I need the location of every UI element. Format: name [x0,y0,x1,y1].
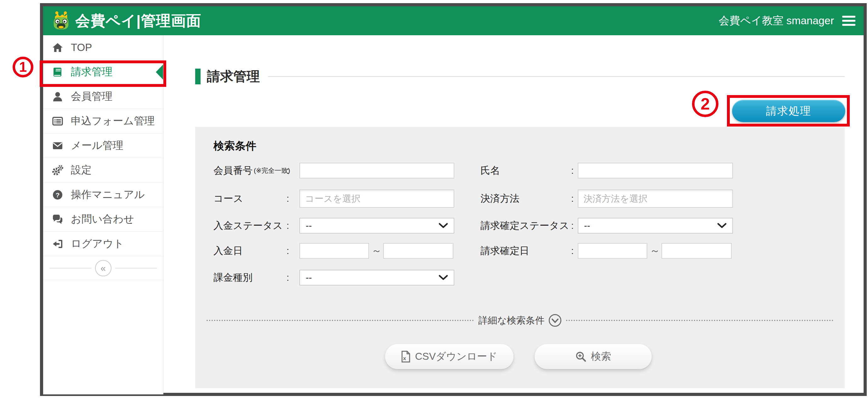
screenshot-canvas: 会費ペイ|管理画面 会費ペイ教室 smanager TOP 請求管理 [0,0,868,401]
sidebar-item-mail[interactable]: メール管理 [43,133,163,158]
colon: : [571,163,574,179]
sidebar-item-logout[interactable]: ログアウト [43,232,163,256]
title-accent-bar [195,69,200,84]
billing-date-from-input[interactable] [578,243,647,259]
member-no-input[interactable] [300,163,454,179]
billing-date-label: 請求確定日 [480,243,529,259]
billing-status-select[interactable]: -- [578,218,733,234]
sidebar-item-manual[interactable]: ? 操作マニュアル [43,183,163,207]
deposit-date-from-input[interactable] [300,243,369,259]
logout-icon [52,238,63,250]
member-no-note: (※完全一致) [254,166,290,175]
sidebar-item-billing[interactable]: 請求管理 [43,60,163,84]
chevron-down-icon [439,223,448,228]
collapse-chevrons-icon[interactable]: « [95,260,112,276]
mascot-icon [51,11,71,31]
colon: : [571,189,574,208]
sidebar-item-label: 会員管理 [71,89,113,103]
member-no-label: 会員番号 (※完全一致) [213,163,290,179]
sidebar: TOP 請求管理 会員管理 申込フォー [43,35,163,394]
billing-date-to-input[interactable] [661,243,732,259]
deposit-status-label: 入金ステータス [213,218,283,234]
sidebar-collapse-button[interactable]: « [43,256,163,280]
hamburger-menu-icon[interactable] [842,16,856,26]
deposit-status-select[interactable]: -- [300,218,454,234]
detail-search-divider: 詳細な検索条件 [207,313,833,328]
sidebar-item-label: 申込フォーム管理 [71,114,155,128]
deposit-date-label: 入金日 [213,243,243,259]
search-panel: 検索条件 会員番号 (※完全一致) : 氏名 : コース : 決済方法 : 入金… [195,127,845,388]
csv-download-label: CSVダウンロード [415,350,497,364]
billing-process-button[interactable]: 請求処理 [732,100,845,122]
sidebar-item-members[interactable]: 会員管理 [43,84,163,109]
course-input[interactable] [300,189,454,208]
date-range-separator: ～ [372,243,381,259]
sidebar-item-label: 設定 [71,163,92,177]
svg-text:x: x [403,356,406,361]
gear-icon [52,165,63,176]
title-rule [268,76,845,77]
page-title: 請求管理 [207,68,260,85]
charge-type-select[interactable]: -- [300,270,454,285]
sidebar-item-label: お問い合わせ [71,212,134,226]
deposit-date-to-input[interactable] [383,243,453,259]
home-icon [52,42,63,53]
dotted-line [207,320,474,321]
svg-text:?: ? [56,191,60,198]
detail-search-label: 詳細な検索条件 [478,314,545,327]
sidebar-item-top[interactable]: TOP [43,35,163,60]
colon: : [286,243,289,259]
chat-icon [52,214,63,225]
search-label: 検索 [591,350,611,364]
payment-method-input[interactable] [578,189,733,208]
search-button[interactable]: 検索 [535,344,652,369]
sidebar-item-label: ログアウト [71,237,124,251]
charge-type-label: 課金種別 [213,270,252,285]
user-icon [52,91,63,102]
book-icon [52,66,63,78]
date-range-separator: ～ [650,243,660,259]
app-logo[interactable]: 会費ペイ|管理画面 [51,11,201,31]
name-label: 氏名 [480,163,500,179]
annotation-number-step1: 1 [12,57,33,78]
app-title: 会費ペイ|管理画面 [75,11,201,31]
sidebar-item-contact[interactable]: お問い合わせ [43,207,163,232]
dotted-line [566,320,833,321]
active-item-pointer [156,64,163,80]
question-icon: ? [52,189,63,201]
name-input[interactable] [578,163,733,179]
form-icon [52,116,63,127]
colon: : [286,270,289,285]
colon: : [286,189,289,208]
page-title-row: 請求管理 [195,68,845,85]
chevron-down-icon [439,275,448,280]
colon: : [286,218,289,234]
search-conditions-heading: 検索条件 [213,139,256,153]
collapse-line [115,268,157,269]
course-label: コース [213,189,243,208]
sidebar-item-application-forms[interactable]: 申込フォーム管理 [43,109,163,133]
sidebar-item-label: 操作マニュアル [71,188,145,202]
search-plus-icon [575,351,587,362]
mail-icon [52,140,63,151]
csv-file-icon: x [401,351,410,363]
detail-search-toggle[interactable]: 詳細な検索条件 [478,314,562,327]
colon: : [286,163,289,179]
sidebar-item-label: メール管理 [71,138,123,153]
collapse-line [50,268,91,269]
sidebar-item-settings[interactable]: 設定 [43,158,163,183]
billing-status-label: 請求確定ステータス [480,218,569,234]
app-header: 会費ペイ|管理画面 会費ペイ教室 smanager [43,6,864,35]
account-name: 会費ペイ教室 smanager [719,13,834,28]
sidebar-item-label: 請求管理 [71,65,113,79]
sidebar-item-label: TOP [71,41,92,54]
colon: : [571,243,574,259]
csv-download-button[interactable]: x CSVダウンロード [385,344,514,369]
chevron-down-icon [717,223,726,228]
colon: : [571,218,574,234]
chevron-down-circle-icon [549,314,562,327]
payment-method-label: 決済方法 [480,189,520,208]
